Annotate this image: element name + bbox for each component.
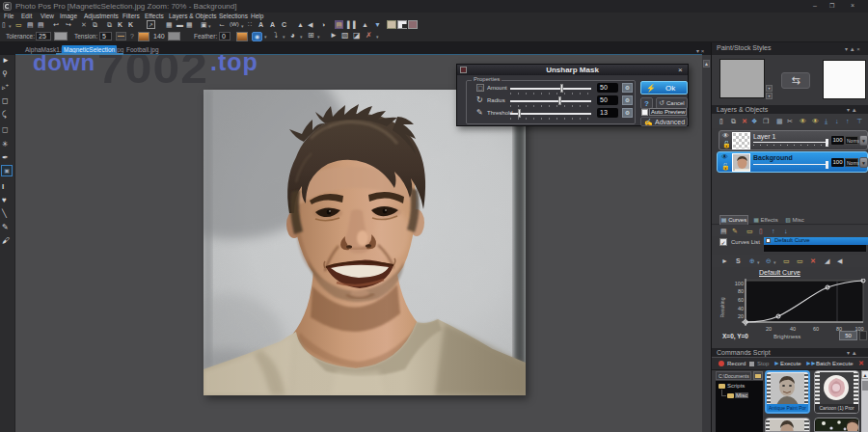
svg-text:60: 60 [738,297,744,303]
svg-text:80: 80 [738,288,744,294]
svg-text:20: 20 [766,326,772,332]
svg-text:40: 40 [790,326,796,332]
svg-text:Resulting: Resulting [719,297,725,317]
svg-text:20: 20 [738,313,744,319]
svg-text:60: 60 [813,326,819,332]
svg-text:100: 100 [735,281,744,286]
svg-text:40: 40 [738,306,744,311]
